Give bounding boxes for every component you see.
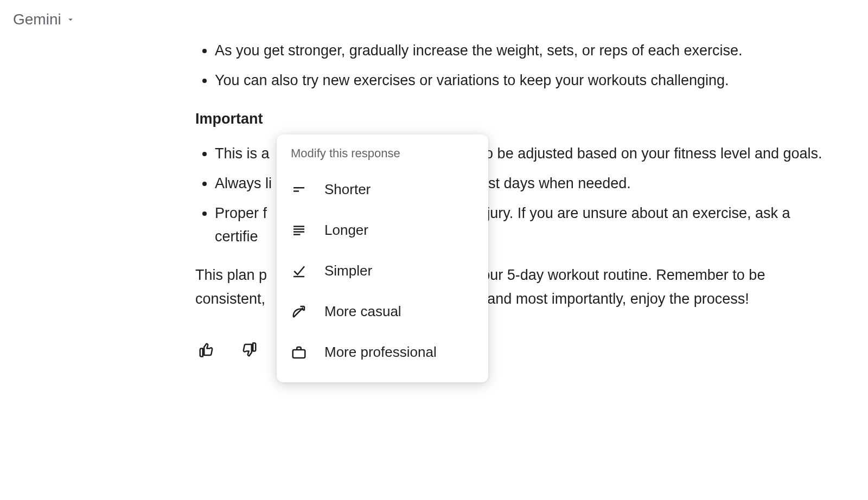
modify-professional[interactable]: More professional <box>277 332 488 373</box>
svg-rect-16 <box>293 350 305 358</box>
simpler-icon <box>291 263 307 279</box>
model-selector[interactable]: Gemini <box>13 11 75 28</box>
modify-shorter[interactable]: Shorter <box>277 169 488 210</box>
header: Gemini <box>0 0 868 39</box>
shorter-icon <box>291 182 307 198</box>
bullet-list-top: As you get stronger, gradually increase … <box>195 39 835 92</box>
notes-heading: Important <box>195 107 835 131</box>
list-item: You can also try new exercises or variat… <box>215 69 835 92</box>
modify-longer[interactable]: Longer <box>277 210 488 251</box>
popup-title: Modify this response <box>277 146 488 169</box>
modify-response-popup: Modify this response Shorter Longer Simp… <box>277 134 488 382</box>
list-item: As you get stronger, gradually increase … <box>215 39 835 62</box>
popup-item-label: Longer <box>324 222 368 239</box>
popup-item-label: Shorter <box>324 181 371 198</box>
thumbs-up-icon <box>198 342 214 358</box>
thumbs-up-button[interactable] <box>191 335 221 365</box>
model-name: Gemini <box>13 11 61 28</box>
briefcase-icon <box>291 344 307 361</box>
casual-icon <box>291 304 307 320</box>
thumbs-down-icon <box>241 342 258 358</box>
longer-icon <box>291 222 307 239</box>
popup-item-label: More professional <box>324 344 437 361</box>
modify-simpler[interactable]: Simpler <box>277 251 488 291</box>
chevron-down-icon <box>66 15 75 24</box>
popup-item-label: More casual <box>324 303 401 320</box>
popup-item-label: Simpler <box>324 262 372 279</box>
modify-casual[interactable]: More casual <box>277 291 488 332</box>
thumbs-down-button[interactable] <box>234 335 265 365</box>
